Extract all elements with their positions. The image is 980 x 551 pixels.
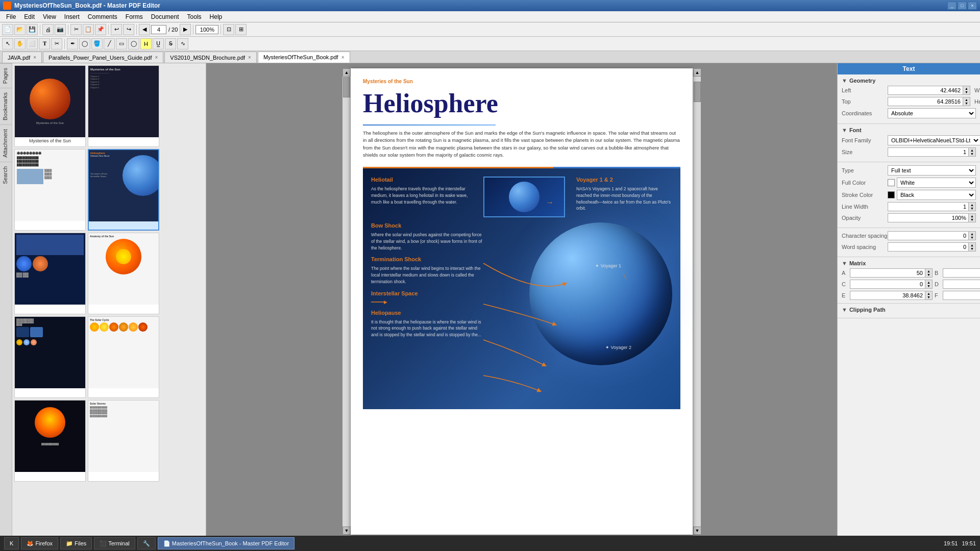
thumb-page-3[interactable]: ⚫⚫⚫⚫⚫⚫⚫⚫ ████████████ ████████████ █████… <box>14 149 86 231</box>
right-scrollbar[interactable]: ▲ ▼ <box>693 68 701 535</box>
menu-document[interactable]: Document <box>147 12 183 21</box>
close-button[interactable]: × <box>968 2 977 10</box>
thumb-page-6[interactable]: Anatomy of the Sun <box>88 233 159 314</box>
left-input[interactable] <box>888 86 963 95</box>
copy-btn[interactable]: 📋 <box>83 24 94 35</box>
panel-tab-attachment[interactable]: Attachment <box>0 124 12 162</box>
charspacing-input[interactable] <box>888 231 969 240</box>
taskbar-kde[interactable]: K <box>4 537 19 549</box>
thumb-page-5[interactable]: ████ ████████ ████ <box>14 233 86 314</box>
fontfamily-dropdown[interactable]: OLBIDI+HelveticaNeueLTStd-Lt <box>888 135 980 145</box>
thumb-page-4[interactable]: Heliosphere Heliotail | Bow Shock Termin… <box>88 149 159 231</box>
fullcolor-swatch[interactable] <box>888 179 895 186</box>
matrix-d-input[interactable] <box>943 280 980 289</box>
scroll-thumb[interactable] <box>343 77 350 97</box>
type-dropdown[interactable]: Full text <box>888 165 976 176</box>
wavy-tool[interactable]: ∿ <box>177 38 188 49</box>
menu-comments[interactable]: Comments <box>84 12 121 21</box>
menu-view[interactable]: View <box>39 12 60 21</box>
undo-btn[interactable]: ↩ <box>111 24 122 35</box>
zoom-width[interactable]: ⊞ <box>235 24 247 35</box>
page-input[interactable]: 4 <box>151 25 166 34</box>
tab-parallels[interactable]: Parallels_Power_Panel_Users_Guide.pdf × <box>43 52 163 63</box>
print-btn[interactable]: 🖨 <box>42 24 54 35</box>
strike-tool[interactable]: S̶ <box>165 38 176 49</box>
taskbar-firefox[interactable]: 🦊 Firefox <box>21 537 58 549</box>
rscroll-track[interactable] <box>693 77 701 527</box>
rect-tool[interactable]: ▭ <box>116 38 127 49</box>
tab-parallels-close[interactable]: × <box>155 55 158 60</box>
matrix-c-input[interactable] <box>850 280 925 289</box>
wordspacing-spinner[interactable]: ▲▼ <box>969 242 976 252</box>
rscroll-thumb[interactable] <box>694 82 701 102</box>
pen-tool[interactable]: ✒ <box>67 38 78 49</box>
line-tool[interactable]: ╱ <box>104 38 115 49</box>
matrix-e-spinner[interactable]: ▲▼ <box>925 291 933 300</box>
menu-file[interactable]: File <box>2 12 20 21</box>
pdf-area[interactable]: ▲ ▼ Mysteries of the Sun Heliosphere The… <box>206 63 837 540</box>
nav-next[interactable]: ▶ <box>180 24 191 35</box>
linewidth-input[interactable] <box>888 202 969 211</box>
taskbar-terminal[interactable]: ⬛ Terminal <box>94 537 135 549</box>
scan-btn[interactable]: 📷 <box>55 24 66 35</box>
cut-btn[interactable]: ✂ <box>70 24 82 35</box>
tab-mysteries-close[interactable]: × <box>341 55 345 60</box>
font-header[interactable]: ▼ Font <box>842 127 976 133</box>
taskbar-master-pdf[interactable]: 📄 MasteriesOfTheSun_Book - Master PDF Ed… <box>158 537 295 549</box>
panel-tab-pages[interactable]: Pages <box>0 63 12 88</box>
zoom-fit[interactable]: ⊡ <box>223 24 234 35</box>
matrix-e-input[interactable] <box>850 291 925 300</box>
nav-prev[interactable]: ◀ <box>139 24 150 35</box>
menu-help[interactable]: Help <box>206 12 227 21</box>
thumb-page-7[interactable]: ████████████████████████████ <box>14 316 86 398</box>
wordspacing-input[interactable] <box>888 242 969 252</box>
rscroll-down-btn[interactable]: ▼ <box>693 527 701 535</box>
paste-btn[interactable]: 📌 <box>95 24 106 35</box>
panel-tab-search[interactable]: Search <box>0 162 12 188</box>
charspacing-spinner[interactable]: ▲▼ <box>969 231 976 240</box>
marquee-tool[interactable]: ⬜ <box>27 38 38 49</box>
thumb-page-2[interactable]: Mysteries of the Sun ───────────── Chapt… <box>88 65 159 147</box>
scroll-up-btn[interactable]: ▲ <box>342 68 351 77</box>
minimize-button[interactable]: _ <box>947 2 957 10</box>
scroll-track[interactable] <box>342 77 350 527</box>
select-tool[interactable]: ↖ <box>2 38 13 49</box>
tab-java[interactable]: JAVA.pdf × <box>2 52 42 63</box>
size-spinner[interactable]: ▲▼ <box>969 147 976 157</box>
thumb-page-8[interactable]: The Solar Cycle <box>88 316 159 398</box>
tab-vs2010[interactable]: VS2010_MSDN_Brochure.pdf × <box>164 52 257 63</box>
tab-mysteries[interactable]: MysteriesOfTheSun_Book.pdf × <box>258 52 350 63</box>
matrix-a-spinner[interactable]: ▲▼ <box>925 268 933 278</box>
open-btn[interactable]: 📂 <box>14 24 26 35</box>
menu-forms[interactable]: Forms <box>121 12 147 21</box>
redo-btn[interactable]: ↪ <box>123 24 134 35</box>
taskbar-icons[interactable]: 🔧 <box>137 537 156 549</box>
strokecolor-dropdown[interactable]: Black <box>897 190 976 200</box>
menu-edit[interactable]: Edit <box>20 12 39 21</box>
underline-tool[interactable]: U̲ <box>153 38 164 49</box>
thumb-page-9[interactable]: ████████████ <box>14 400 86 482</box>
zoom-input[interactable]: 100% <box>195 25 218 34</box>
hand-tool[interactable]: ✋ <box>14 38 26 49</box>
opacity-spinner[interactable]: ▲▼ <box>969 213 976 222</box>
tab-java-close[interactable]: × <box>33 55 36 60</box>
size-input[interactable] <box>888 147 969 157</box>
fullcolor-dropdown[interactable]: White <box>897 178 976 188</box>
text-select-tool[interactable]: 𝐓 <box>39 38 50 49</box>
taskbar-files[interactable]: 📁 Files <box>60 537 92 549</box>
rscroll-up-btn[interactable]: ▲ <box>693 68 701 77</box>
panel-tab-bookmarks[interactable]: Bookmarks <box>0 88 12 124</box>
save-btn[interactable]: 💾 <box>27 24 38 35</box>
highlight-tool[interactable]: H <box>140 38 152 49</box>
geometry-header[interactable]: ▼ Geometry <box>842 78 976 84</box>
clipping-header[interactable]: ▼ Clipping Path <box>842 307 976 313</box>
top-input[interactable] <box>888 97 963 106</box>
crop-tool[interactable]: ✂ <box>51 38 62 49</box>
shape-tool[interactable]: ◯ <box>79 38 90 49</box>
matrix-c-spinner[interactable]: ▲▼ <box>925 280 933 289</box>
ellipse-tool[interactable]: ◯ <box>128 38 139 49</box>
opacity-input[interactable] <box>888 213 969 222</box>
matrix-a-input[interactable] <box>850 268 925 278</box>
scroll-down-btn[interactable]: ▼ <box>342 527 351 535</box>
top-spinner[interactable]: ▲▼ <box>963 97 970 106</box>
